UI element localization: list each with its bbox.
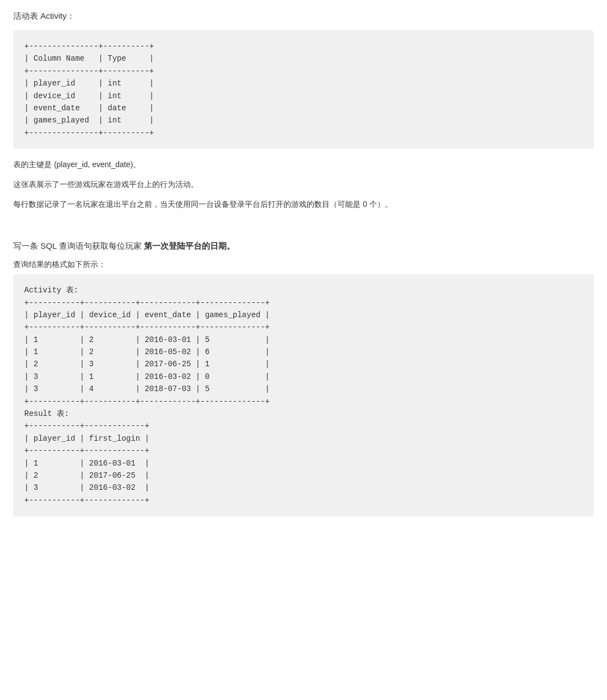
schema-code-block: +---------------+----------+ | Column Na… — [13, 30, 594, 149]
format-label: 查询结果的格式如下所示： — [13, 260, 594, 270]
description-2: 每行数据记录了一名玩家在退出平台之前，当天使用同一台设备登录平台后打开的游戏的数… — [13, 196, 594, 212]
example-code-block: Activity 表: +-----------+-----------+---… — [13, 274, 594, 516]
section-title: 活动表 Activity： — [13, 11, 594, 22]
question-text: 写一条 SQL 查询语句获取每位玩家 第一次登陆平台的日期。 — [13, 238, 594, 253]
description-0: 表的主键是 (player_id, event_date)。 — [13, 157, 594, 172]
description-1: 这张表展示了一些游戏玩家在游戏平台上的行为活动。 — [13, 177, 594, 192]
page-container: 活动表 Activity： +---------------+---------… — [13, 11, 594, 516]
